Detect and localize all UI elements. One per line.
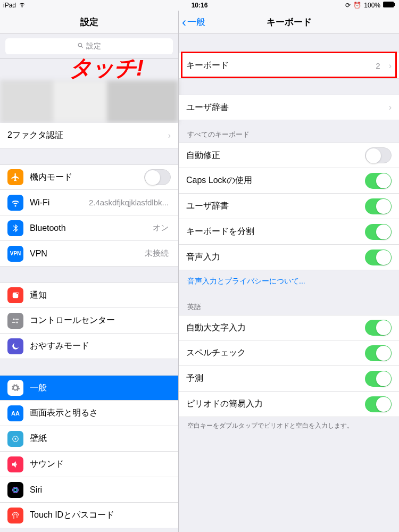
airplane-label: 機内モード (30, 172, 138, 183)
auto-cap-label: 自動大文字入力 (186, 322, 359, 334)
svg-point-9 (16, 321, 18, 323)
airplane-toggle[interactable] (144, 169, 171, 185)
search-icon (77, 42, 84, 51)
device-label: iPad (3, 2, 16, 9)
notifications-row[interactable]: 通知 (0, 282, 178, 308)
siri-label: Siri (30, 485, 171, 495)
chevron-left-icon: ‹ (182, 15, 186, 30)
vpn-row[interactable]: VPN VPN 未接続 (0, 241, 178, 267)
wifi-value: 2.4askdfjkqjklasfdlbk... (89, 198, 169, 207)
svg-point-14 (14, 488, 17, 492)
wallpaper-icon (7, 431, 23, 447)
user-dict2-row[interactable]: ユーザ辞書 (179, 194, 399, 219)
user-dict-label: ユーザ辞書 (186, 102, 383, 113)
svg-point-6 (16, 293, 18, 294)
svg-rect-0 (383, 2, 394, 7)
search-placeholder: 設定 (86, 41, 101, 51)
battery-icon (383, 2, 396, 9)
keyboards-label: キーボード (186, 60, 369, 71)
chevron-right-icon: › (168, 131, 171, 140)
search-input[interactable]: 設定 (5, 38, 173, 54)
caps-lock-row[interactable]: Caps Lockの使用 (179, 168, 399, 194)
two-factor-label: 2ファクタ認証 (7, 130, 162, 141)
auto-correct-row[interactable]: 自動修正 (179, 143, 399, 168)
spell-check-toggle[interactable] (365, 345, 392, 361)
touchid-row[interactable]: Touch IDとパスコード (0, 503, 178, 528)
clock: 10:16 (192, 2, 208, 9)
control-center-label: コントロールセンター (30, 315, 171, 326)
bluetooth-row[interactable]: Bluetooth オン (0, 215, 178, 241)
period-shortcut-toggle[interactable] (365, 396, 392, 412)
wifi-icon (19, 1, 26, 10)
english-header: 英語 (179, 293, 399, 315)
dnd-row[interactable]: おやすみモード (0, 334, 178, 359)
svg-rect-1 (394, 3, 395, 6)
svg-point-12 (15, 438, 16, 439)
wallpaper-row[interactable]: 壁紙 (0, 426, 178, 452)
back-label: 一般 (187, 16, 205, 28)
display-icon: AA (7, 405, 23, 421)
wallpaper-label: 壁紙 (30, 433, 171, 444)
split-kb-toggle[interactable] (365, 224, 392, 240)
svg-point-2 (78, 43, 82, 47)
sidebar-title: 設定 (0, 11, 178, 34)
svg-line-3 (81, 46, 83, 48)
apple-id-profile[interactable] (0, 80, 178, 123)
svg-point-7 (13, 318, 15, 320)
svg-rect-8 (15, 319, 19, 320)
caps-lock-toggle[interactable] (365, 173, 392, 189)
sound-row[interactable]: サウンド (0, 452, 178, 477)
general-label: 一般 (30, 383, 171, 394)
dictation-label: 音声入力 (186, 252, 359, 263)
prediction-label: 予測 (186, 373, 359, 384)
airplane-mode-row[interactable]: 機内モード (0, 164, 178, 190)
all-keyboards-header: すべてのキーボード (179, 120, 399, 143)
period-shortcut-row[interactable]: ピリオドの簡易入力 (179, 392, 399, 417)
dictation-toggle[interactable] (365, 250, 392, 265)
detail-panel: ‹ 一般 キーボード キーボード 2 › ユーザ辞書 › すべてのキーボー (179, 11, 399, 532)
two-factor-row[interactable]: 2ファクタ認証 › (0, 123, 178, 148)
user-dict2-label: ユーザ辞書 (186, 201, 359, 212)
bluetooth-icon (7, 220, 23, 236)
orientation-lock-icon: ⟳ (345, 2, 351, 9)
auto-correct-label: 自動修正 (186, 150, 359, 161)
period-footer: 空白キーをダブルタップでピリオドと空白を入力します。 (179, 417, 399, 436)
sound-icon (7, 456, 23, 472)
auto-cap-row[interactable]: 自動大文字入力 (179, 315, 399, 340)
display-row[interactable]: AA 画面表示と明るさ (0, 401, 178, 426)
general-row[interactable]: 一般 (0, 375, 178, 401)
auto-cap-toggle[interactable] (365, 320, 392, 336)
dnd-label: おやすみモード (30, 340, 171, 352)
spell-check-label: スペルチェック (186, 347, 359, 359)
gear-icon (7, 380, 23, 396)
caps-lock-label: Caps Lockの使用 (186, 175, 359, 186)
user-dict2-toggle[interactable] (365, 198, 392, 214)
settings-sidebar: 設定 設定 タッチ! 2ファクタ認証 › 機内モード Wi- (0, 11, 179, 532)
control-center-row[interactable]: コントロールセンター (0, 308, 178, 334)
touchid-label: Touch IDとパスコード (30, 510, 171, 521)
siri-row[interactable]: Siri (0, 477, 178, 503)
chevron-right-icon: › (389, 103, 392, 112)
dictation-privacy-link[interactable]: 音声入力とプライバシーについて... (179, 270, 399, 293)
bluetooth-value: オン (153, 223, 169, 233)
auto-correct-toggle[interactable] (365, 147, 392, 163)
detail-title: キーボード (267, 16, 312, 28)
prediction-toggle[interactable] (365, 371, 392, 387)
wifi-icon (7, 195, 23, 211)
vpn-icon: VPN (7, 246, 23, 262)
alarm-icon: ⏰ (353, 2, 361, 9)
dictation-row[interactable]: 音声入力 (179, 245, 399, 270)
back-button[interactable]: ‹ 一般 (182, 15, 205, 30)
moon-icon (7, 338, 23, 354)
spell-check-row[interactable]: スペルチェック (179, 340, 399, 366)
vpn-label: VPN (30, 249, 138, 259)
split-kb-label: キーボードを分割 (186, 226, 359, 237)
keyboards-row[interactable]: キーボード 2 › (179, 53, 399, 79)
split-kb-row[interactable]: キーボードを分割 (179, 219, 399, 245)
user-dict-row[interactable]: ユーザ辞書 › (179, 95, 399, 120)
period-shortcut-label: ピリオドの簡易入力 (186, 398, 359, 410)
airplane-icon (7, 169, 23, 185)
status-bar: iPad 10:16 ⟳ ⏰ 100% (0, 0, 399, 11)
prediction-row[interactable]: 予測 (179, 366, 399, 392)
wifi-row[interactable]: Wi-Fi 2.4askdfjkqjklasfdlbk... (0, 190, 178, 215)
